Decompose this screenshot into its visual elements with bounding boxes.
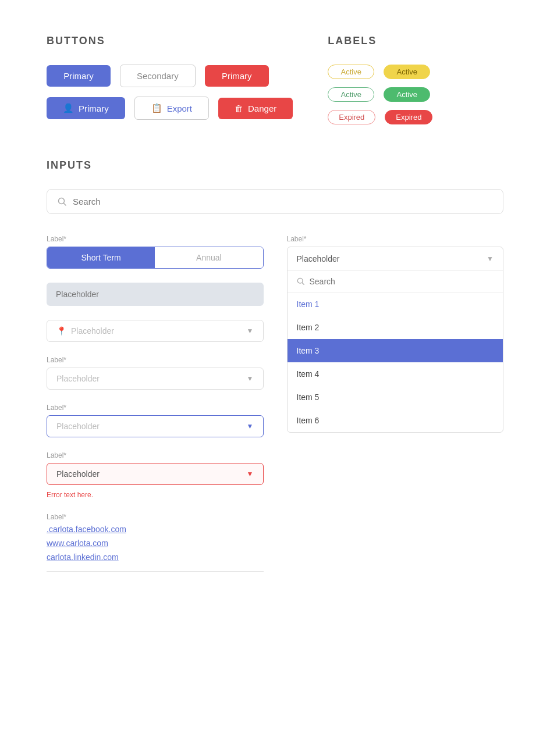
labels-grid: Active Active Active Active Expired Expi… xyxy=(328,65,503,124)
dropdown-item-3[interactable]: Item 3 xyxy=(288,339,503,362)
toggle-group-label: Label* xyxy=(47,235,264,243)
svg-line-1 xyxy=(64,203,66,205)
chevron-down-icon-3: ▼ xyxy=(247,422,254,430)
inputs-section: INPUTS Label* Short Term Annual xyxy=(47,159,503,572)
standard-select2[interactable]: Placeholder ▼ xyxy=(47,415,264,437)
labels-title: LABELS xyxy=(328,35,503,47)
chevron-down-icon-2: ▼ xyxy=(247,375,254,383)
dropdown-item-4[interactable]: Item 4 xyxy=(288,362,503,386)
toggle-annual[interactable]: Annual xyxy=(155,247,262,268)
links-group-form: Label* .carlota.facebook.com www.carlota… xyxy=(47,513,264,572)
dropdown-header[interactable]: Placeholder ▼ xyxy=(288,247,503,271)
label-expired-outline-red: Expired xyxy=(328,110,375,124)
trash-icon: 🗑 xyxy=(235,104,243,113)
dropdown-item-5[interactable]: Item 5 xyxy=(288,386,503,409)
link-item-1[interactable]: .carlota.facebook.com xyxy=(47,525,264,534)
search-icon xyxy=(58,197,67,206)
location-select-form: 📍 Placeholder ▼ xyxy=(47,320,264,342)
buttons-title: BUTTONS xyxy=(47,35,293,47)
primary-red-button[interactable]: Primary xyxy=(205,65,269,87)
location-select[interactable]: 📍 Placeholder ▼ xyxy=(47,320,264,342)
svg-line-3 xyxy=(302,283,304,284)
label-active-outline-yellow: Active xyxy=(328,65,374,79)
standard-select2-placeholder: Placeholder xyxy=(56,422,247,431)
label-active-outline-green: Active xyxy=(328,87,374,102)
primary-blue-button[interactable]: Primary xyxy=(47,65,111,87)
dropdown-search-icon xyxy=(297,277,305,286)
dropdown-header-text: Placeholder xyxy=(297,254,487,263)
user-icon: 👤 xyxy=(63,103,74,113)
disabled-input xyxy=(47,283,264,306)
secondary-button[interactable]: Secondary xyxy=(120,65,196,87)
standard-select1-form: Label* Placeholder ▼ xyxy=(47,356,264,390)
standard-select1-placeholder: Placeholder xyxy=(56,374,247,383)
links-group: .carlota.facebook.com www.carlota.com ca… xyxy=(47,525,264,572)
inputs-right-column: Label* Placeholder ▼ xyxy=(287,235,504,433)
labels-row-3: Expired Expired xyxy=(328,110,503,124)
danger-button[interactable]: 🗑 Danger xyxy=(218,98,293,119)
buttons-row-1: Primary Secondary Primary xyxy=(47,65,293,87)
link-item-2[interactable]: www.carlota.com xyxy=(47,539,264,548)
labels-row-1: Active Active xyxy=(328,65,503,79)
error-select-label: Label* xyxy=(47,451,264,459)
toggle-button-group: Short Term Annual xyxy=(47,247,264,269)
standard-select1[interactable]: Placeholder ▼ xyxy=(47,368,264,390)
location-placeholder: Placeholder xyxy=(71,326,242,336)
toggle-group-form: Label* Short Term Annual xyxy=(47,235,264,269)
dropdown-label: Label* xyxy=(287,235,504,243)
labels-row-2: Active Active xyxy=(328,87,503,102)
inputs-columns: Label* Short Term Annual 📍 Placeholder ▼ xyxy=(47,235,503,572)
toggle-short-term[interactable]: Short Term xyxy=(47,247,155,268)
buttons-section: BUTTONS Primary Secondary Primary 👤 Prim… xyxy=(47,35,293,124)
standard-select2-label: Label* xyxy=(47,404,264,412)
inputs-title: INPUTS xyxy=(47,159,503,172)
buttons-grid: Primary Secondary Primary 👤 Primary 📋 Ex… xyxy=(47,65,293,120)
label-expired-filled-red: Expired xyxy=(385,110,432,124)
dropdown-item-2[interactable]: Item 2 xyxy=(288,316,503,339)
export-icon: 📋 xyxy=(151,103,162,113)
dropdown-chevron-icon: ▼ xyxy=(487,255,494,263)
standard-select1-label: Label* xyxy=(47,356,264,364)
error-text: Error text here. xyxy=(47,491,264,499)
error-select-form: Label* Placeholder ▼ Error text here. xyxy=(47,451,264,499)
search-bar-container xyxy=(47,189,503,214)
label-active-filled-green: Active xyxy=(384,87,430,102)
chevron-down-icon: ▼ xyxy=(247,327,254,335)
label-active-filled-yellow: Active xyxy=(384,65,430,79)
export-button[interactable]: 📋 Export xyxy=(134,97,209,120)
buttons-row-2: 👤 Primary 📋 Export 🗑 Danger xyxy=(47,97,293,120)
search-input[interactable] xyxy=(73,197,492,206)
error-select[interactable]: Placeholder ▼ xyxy=(47,463,264,485)
disabled-input-form xyxy=(47,283,264,306)
labels-section: LABELS Active Active Active Active Expir… xyxy=(328,35,503,124)
primary-icon-button[interactable]: 👤 Primary xyxy=(47,97,125,119)
standard-select2-form: Label* Placeholder ▼ xyxy=(47,404,264,437)
inputs-left-column: Label* Short Term Annual 📍 Placeholder ▼ xyxy=(47,235,264,572)
dropdown-panel: Placeholder ▼ Item 1 Item 2 xyxy=(287,247,504,433)
dropdown-form: Label* Placeholder ▼ xyxy=(287,235,504,433)
dropdown-search-row xyxy=(288,271,503,293)
link-item-3[interactable]: carlota.linkedin.com xyxy=(47,552,264,562)
error-select-placeholder: Placeholder xyxy=(56,469,247,479)
dropdown-search-input[interactable] xyxy=(310,277,494,286)
dropdown-item-6[interactable]: Item 6 xyxy=(288,409,503,432)
location-icon: 📍 xyxy=(56,326,66,336)
links-group-label: Label* xyxy=(47,513,264,521)
dropdown-item-1[interactable]: Item 1 xyxy=(288,293,503,316)
chevron-down-icon-4: ▼ xyxy=(247,470,254,478)
